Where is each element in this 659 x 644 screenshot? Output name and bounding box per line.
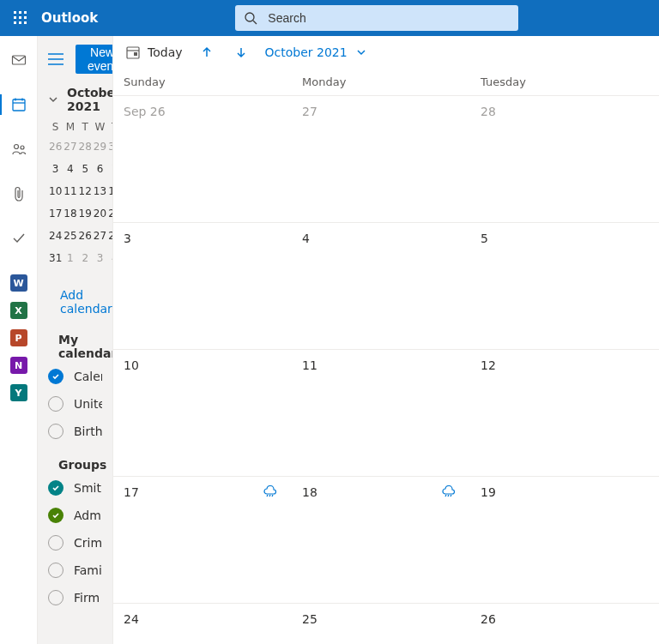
calendar-item[interactable]: Admin Team bbox=[48, 508, 102, 523]
search-icon bbox=[244, 11, 257, 25]
groups-toggle[interactable]: Groups bbox=[48, 458, 102, 472]
rail-people[interactable] bbox=[0, 135, 38, 163]
mini-cal-day[interactable]: 20 bbox=[93, 202, 107, 225]
calendar-cell[interactable]: 24 bbox=[113, 604, 292, 644]
svg-rect-8 bbox=[24, 21, 27, 24]
app-launcher-button[interactable] bbox=[5, 0, 36, 36]
cell-date-label: 19 bbox=[481, 485, 496, 499]
mini-cal-day[interactable]: 5 bbox=[78, 158, 93, 180]
app-rail: WXPNY bbox=[0, 36, 38, 644]
rail-mail[interactable] bbox=[0, 46, 38, 74]
mini-cal-day[interactable]: 4 bbox=[107, 247, 113, 269]
svg-rect-12 bbox=[13, 99, 25, 111]
mini-cal-day[interactable]: 31 bbox=[48, 247, 63, 269]
svg-rect-11 bbox=[12, 56, 25, 64]
calendar-cell[interactable]: 25 bbox=[292, 604, 470, 644]
add-calendar-button[interactable]: Add calendar bbox=[50, 288, 102, 316]
app-tile-icon: P bbox=[10, 329, 27, 346]
mini-cal-day[interactable]: 4 bbox=[63, 158, 77, 180]
mini-cal-day[interactable]: 6 bbox=[93, 158, 107, 180]
mini-cal-day[interactable]: 10 bbox=[48, 180, 63, 202]
mini-cal-day[interactable]: 11 bbox=[63, 180, 77, 202]
calendar-cell[interactable]: 19 bbox=[470, 477, 649, 603]
calendar-swatch bbox=[48, 590, 63, 605]
svg-line-30 bbox=[272, 495, 273, 497]
mini-cal-day[interactable]: 12 bbox=[78, 180, 93, 202]
calendar-swatch bbox=[48, 480, 63, 496]
rail-calendar[interactable] bbox=[0, 91, 38, 118]
calendar-cell[interactable]: 17 bbox=[113, 477, 292, 603]
mini-cal-day[interactable]: 28 bbox=[78, 135, 93, 158]
hamburger-button[interactable] bbox=[48, 47, 63, 71]
today-button[interactable]: Today bbox=[125, 45, 183, 60]
app-tile-n[interactable]: N bbox=[0, 352, 38, 379]
calendar-item[interactable]: Smith & Smith Law bbox=[48, 480, 102, 496]
search-box[interactable] bbox=[235, 5, 518, 31]
calendar-item-label: Firm Partners bbox=[74, 591, 102, 605]
mini-cal-day[interactable]: 1 bbox=[63, 247, 77, 269]
calendar-cell[interactable]: 5 bbox=[470, 223, 649, 349]
svg-rect-5 bbox=[24, 16, 27, 19]
app-tile-y[interactable]: Y bbox=[0, 379, 38, 406]
mini-cal-day[interactable]: 25 bbox=[63, 225, 77, 247]
today-label: Today bbox=[148, 45, 183, 59]
calendar-week: 242526 bbox=[113, 603, 659, 644]
month-picker[interactable]: October 2021 bbox=[265, 45, 366, 59]
mini-cal-day[interactable]: 24 bbox=[48, 225, 63, 247]
calendar-cell[interactable]: 27 bbox=[292, 96, 470, 222]
calendar-cell[interactable]: 10 bbox=[113, 350, 292, 476]
mini-cal-day[interactable]: 27 bbox=[63, 135, 77, 158]
calendar-cell[interactable]: Sep 26 bbox=[113, 96, 292, 222]
calendar-cell[interactable]: 11 bbox=[292, 350, 470, 476]
mini-cal-day[interactable]: 27 bbox=[93, 225, 107, 247]
calendar-cell[interactable]: 26 bbox=[470, 604, 649, 644]
mini-cal-day[interactable]: 3 bbox=[48, 158, 63, 180]
calendar-item[interactable]: Firm Partners bbox=[48, 590, 102, 605]
calendar-cell[interactable]: 4 bbox=[292, 223, 470, 349]
mini-cal-collapse[interactable] bbox=[48, 94, 58, 105]
mini-cal-dow: W bbox=[93, 118, 107, 135]
mini-cal-day[interactable]: 7 bbox=[107, 158, 113, 180]
mini-cal-day[interactable]: 30 bbox=[107, 135, 113, 158]
calendar-item[interactable]: Family Law Practice Gr... bbox=[48, 563, 102, 578]
calendar-item[interactable]: United States holidays bbox=[48, 396, 102, 412]
app-tile-p[interactable]: P bbox=[0, 324, 38, 352]
calendar-item-label: Family Law Practice Gr... bbox=[74, 563, 102, 577]
mini-cal-day[interactable]: 28 bbox=[107, 225, 113, 247]
cell-date-label: 3 bbox=[124, 232, 131, 245]
calendar-item[interactable]: Criminal Defense Pract... bbox=[48, 535, 102, 551]
mini-cal-day[interactable]: 3 bbox=[93, 247, 107, 269]
mail-icon bbox=[11, 52, 27, 68]
mini-cal-day[interactable]: 18 bbox=[63, 202, 77, 225]
mini-cal-day[interactable]: 19 bbox=[78, 202, 93, 225]
mini-cal-day[interactable]: 2 bbox=[78, 247, 93, 269]
calendar-cell[interactable]: 3 bbox=[113, 223, 292, 349]
rail-files[interactable] bbox=[0, 180, 38, 208]
calendar-cell[interactable]: 12 bbox=[470, 350, 649, 476]
mini-cal-day[interactable]: 21 bbox=[107, 202, 113, 225]
mini-cal-day[interactable]: 14 bbox=[107, 180, 113, 202]
mini-cal-day[interactable]: 29 bbox=[93, 135, 107, 158]
mini-cal-day[interactable]: 26 bbox=[48, 135, 63, 158]
paperclip-icon bbox=[13, 186, 25, 202]
calendar-cell[interactable]: 18 bbox=[292, 477, 470, 603]
app-tile-w[interactable]: W bbox=[0, 269, 38, 297]
calendar-item-label: Calendar bbox=[74, 370, 102, 383]
new-event-button[interactable]: New event bbox=[76, 45, 113, 74]
calendar-item-label: Admin Team bbox=[74, 509, 102, 522]
search-input[interactable] bbox=[266, 10, 510, 26]
calendar-cell[interactable]: 28 bbox=[470, 96, 649, 222]
mini-cal-day[interactable]: 26 bbox=[78, 225, 93, 247]
rail-todo[interactable] bbox=[0, 225, 38, 252]
cell-date-label: 11 bbox=[302, 358, 317, 372]
mini-cal-day[interactable]: 13 bbox=[93, 180, 107, 202]
prev-period-button[interactable] bbox=[196, 42, 217, 63]
svg-line-10 bbox=[253, 21, 257, 24]
calendar-item[interactable]: Birthdays bbox=[48, 424, 102, 439]
app-tile-x[interactable]: X bbox=[0, 297, 38, 324]
app-tile-icon: W bbox=[10, 274, 27, 292]
mini-cal-day[interactable]: 17 bbox=[48, 202, 63, 225]
next-period-button[interactable] bbox=[231, 42, 251, 63]
calendar-item[interactable]: Calendar bbox=[48, 369, 102, 384]
my-calendars-toggle[interactable]: My calendars bbox=[48, 333, 102, 360]
